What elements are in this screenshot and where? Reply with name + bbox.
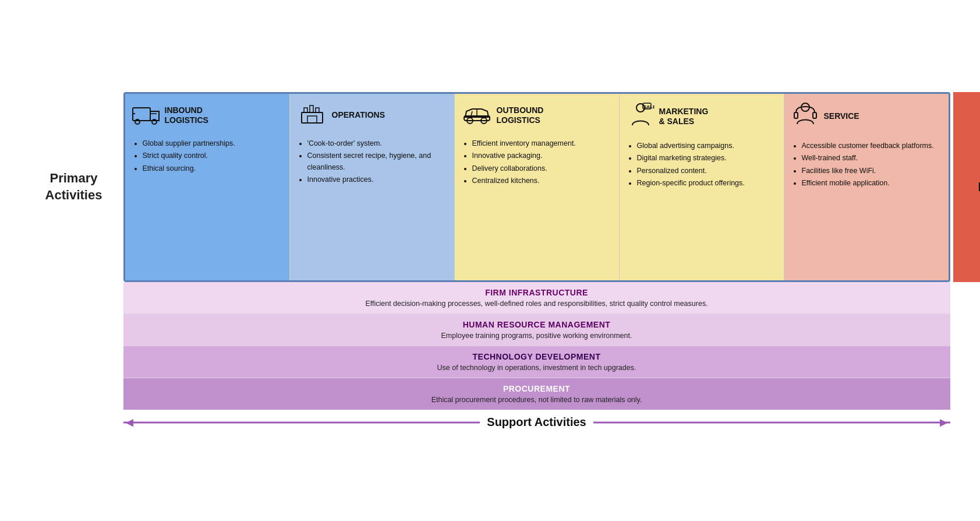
arrow-shape: MARGINS <box>953 92 981 282</box>
svg-rect-7 <box>316 108 319 112</box>
svg-rect-0 <box>133 108 150 121</box>
tech-desc: Use of technology in operations, investm… <box>437 364 636 372</box>
support-arrow-line: ◄ Support Activities ► <box>123 416 950 429</box>
col-bullets-operations: 'Cook-to-order' system. Consistent secre… <box>297 138 447 187</box>
truck-icon <box>132 102 160 129</box>
factory-icon <box>297 102 327 129</box>
columns-area: INBOUNDLOGISTICS Global supplier partner… <box>123 92 950 282</box>
infra-desc: Efficient decision-making processes, wel… <box>365 300 707 308</box>
arrow-right-icon: ► <box>937 415 950 430</box>
headset-icon <box>791 102 819 131</box>
col-header-inbound: INBOUNDLOGISTICS <box>132 102 282 129</box>
col-title-outbound: OUTBOUNDLOGISTICS <box>497 105 544 126</box>
support-row-tech: TECHNOLOGY DEVELOPMENT Use of technology… <box>123 346 950 378</box>
primary-activities-label: PrimaryActivities <box>30 92 123 282</box>
col-bullets-service: Accessible customer feedback platforms. … <box>791 140 942 191</box>
top-section: PrimaryActivities I <box>30 92 950 282</box>
column-inbound: INBOUNDLOGISTICS Global supplier partner… <box>125 94 290 280</box>
support-label-row: ◄ Support Activities ► <box>123 416 950 429</box>
col-bullets-outbound: Efficient inventory management. Innovati… <box>462 138 612 188</box>
proc-desc: Ethical procurement procedures, not limi… <box>431 396 642 404</box>
support-row-proc: PROCUREMENT Ethical procurement procedur… <box>123 378 950 410</box>
column-service: SERVICE Accessible customer feedback pla… <box>784 94 949 280</box>
support-row-hr: HUMAN RESOURCE MANAGEMENT Employee train… <box>123 314 950 346</box>
salesperson-icon: SALE <box>627 102 654 131</box>
svg-rect-17 <box>794 112 798 118</box>
margins-label: MARGINS <box>978 179 980 195</box>
support-activities-label: Support Activities <box>480 416 593 429</box>
infra-title: FIRM INFRASTRUCTURE <box>485 288 588 297</box>
svg-rect-18 <box>813 112 816 118</box>
diagram-wrapper: PrimaryActivities I <box>30 92 950 429</box>
support-rows: FIRM INFRASTRUCTURE Efficient decision-m… <box>123 282 950 429</box>
svg-text:SALE: SALE <box>643 104 654 110</box>
support-area: FIRM INFRASTRUCTURE Efficient decision-m… <box>30 282 950 429</box>
col-bullets-inbound: Global supplier partnerships. Strict qua… <box>132 138 282 175</box>
margins-arrow: MARGINS <box>953 92 981 282</box>
hr-desc: Employee training programs, positive wor… <box>441 332 632 340</box>
col-title-inbound: INBOUNDLOGISTICS <box>165 105 208 126</box>
svg-rect-5 <box>304 108 307 112</box>
col-header-operations: OPERATIONS <box>297 102 447 129</box>
tech-title: TECHNOLOGY DEVELOPMENT <box>473 352 601 361</box>
hr-title: HUMAN RESOURCE MANAGEMENT <box>463 320 611 329</box>
col-title-operations: OPERATIONS <box>332 110 385 121</box>
svg-rect-6 <box>310 105 313 112</box>
col-header-service: SERVICE <box>791 102 942 131</box>
col-title-service: SERVICE <box>824 111 859 122</box>
col-header-outbound: OUTBOUNDLOGISTICS <box>462 102 612 129</box>
proc-title: PROCUREMENT <box>503 384 570 393</box>
svg-rect-4 <box>302 112 323 123</box>
arrow-left-icon: ◄ <box>123 415 136 430</box>
col-header-marketing: SALE MARKETING& SALES <box>627 102 777 131</box>
svg-rect-9 <box>307 116 317 123</box>
car-icon <box>462 102 492 129</box>
support-row-infra: FIRM INFRASTRUCTURE Efficient decision-m… <box>123 282 950 314</box>
col-bullets-marketing: Global advertising campaigns. Digital ma… <box>627 140 777 191</box>
col-title-marketing: MARKETING& SALES <box>659 107 709 127</box>
column-outbound: OUTBOUNDLOGISTICS Efficient inventory ma… <box>455 94 620 280</box>
column-operations: OPERATIONS 'Cook-to-order' system. Consi… <box>290 94 455 280</box>
column-marketing: SALE MARKETING& SALES Global advertising… <box>620 94 784 280</box>
